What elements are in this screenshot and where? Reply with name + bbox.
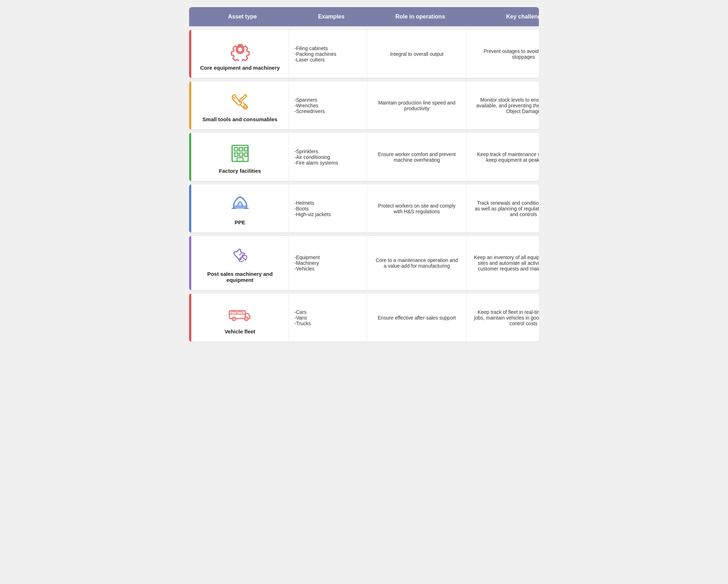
example-item: -Vans: [294, 315, 362, 321]
examples-cell-vehicle-fleet: -Cars-Vans-Trucks: [289, 294, 367, 342]
asset-type-cell-ppe: PPE: [189, 184, 289, 232]
svg-rect-2: [234, 148, 238, 151]
role-cell-post-sales: Core to a maintenance operation and a va…: [367, 236, 466, 290]
examples-cell-factory-facilities: -Sprinklers-Air conditioning-Fire alarm …: [289, 133, 367, 181]
example-item: -Machinery: [294, 260, 362, 266]
examples-cell-ppe: -Helmets-Boots-High-viz jackets: [289, 184, 367, 232]
svg-rect-6: [239, 153, 243, 156]
asset-label-ppe: PPE: [235, 219, 245, 225]
asset-label-small-tools: Small tools and consumables: [203, 116, 278, 122]
example-item: -Fire alarm systems: [294, 160, 362, 166]
accent-bar-vehicle-fleet: [189, 294, 191, 342]
challenges-cell-core-equipment: Prevent outages to avoid production stop…: [466, 30, 539, 78]
example-item: -Air conditioning: [294, 154, 362, 160]
challenges-cell-vehicle-fleet: Keep track of fleet in real-time to opti…: [466, 294, 539, 342]
asset-label-vehicle-fleet: Vehicle fleet: [225, 328, 256, 334]
svg-point-0: [244, 105, 247, 108]
asset-icon-small-tools: [228, 89, 252, 113]
role-cell-vehicle-fleet: Ensure effective after-sales support: [367, 294, 466, 342]
asset-type-cell-core-equipment: Core equipment and machinery: [189, 30, 289, 78]
asset-icon-core-equipment: [228, 37, 252, 62]
header-asset-type: Asset type: [193, 14, 292, 20]
header-examples: Examples: [292, 14, 370, 20]
examples-cell-post-sales: -Equipment-Machinery-Vehicles: [289, 236, 367, 290]
svg-rect-7: [244, 153, 248, 156]
main-table: Asset type Examples Role in operations K…: [189, 7, 539, 345]
example-item: -High-viz jackets: [294, 211, 362, 217]
svg-rect-18: [231, 312, 236, 314]
svg-rect-4: [244, 148, 248, 151]
challenges-cell-small-tools: Monitor stock levels to ensure tools are…: [466, 81, 539, 129]
role-cell-small-tools: Maintain production line speed and produ…: [367, 81, 466, 129]
challenges-cell-factory-facilities: Keep track of maintenance schedules and …: [466, 133, 539, 181]
svg-rect-5: [234, 153, 238, 156]
accent-bar-post-sales: [189, 236, 191, 290]
example-item: -Trucks: [294, 321, 362, 326]
svg-rect-3: [239, 148, 243, 151]
asset-icon-post-sales: [228, 243, 252, 268]
asset-icon-ppe: [228, 192, 252, 216]
table-row-vehicle-fleet: Vehicle fleet -Cars-Vans-Trucks Ensure e…: [189, 294, 539, 342]
svg-point-14: [233, 318, 235, 320]
asset-label-post-sales: Post sales machinery and equipment: [198, 271, 282, 283]
example-item: -Filing cabinets: [294, 45, 362, 51]
asset-type-cell-post-sales: Post sales machinery and equipment: [189, 236, 289, 290]
asset-label-core-equipment: Core equipment and machinery: [200, 65, 280, 71]
accent-bar-ppe: [189, 184, 191, 232]
example-item: -Spanners: [294, 97, 362, 103]
asset-type-cell-factory-facilities: Factory facilities: [189, 133, 289, 181]
role-cell-factory-facilities: Ensure worker comfort and prevent machin…: [367, 133, 466, 181]
example-item: -Helmets: [294, 200, 362, 206]
example-item: -Equipment: [294, 255, 362, 260]
asset-label-factory-facilities: Factory facilities: [219, 168, 261, 174]
accent-bar-core-equipment: [189, 30, 191, 78]
svg-rect-19: [237, 312, 243, 314]
accent-bar-small-tools: [189, 81, 191, 129]
examples-cell-small-tools: -Spanners-Wrenches-Screwdrivers: [289, 81, 367, 129]
challenges-cell-ppe: Track renewals and conditions for worker…: [466, 184, 539, 232]
accent-bar-factory-facilities: [189, 133, 191, 181]
example-item: -Laser cutters: [294, 57, 362, 63]
asset-icon-vehicle-fleet: [228, 301, 252, 326]
asset-type-cell-small-tools: Small tools and consumables: [189, 81, 289, 129]
example-item: -Cars: [294, 309, 362, 315]
table-row-small-tools: Small tools and consumables -Spanners-Wr…: [189, 81, 539, 129]
table-row-ppe: PPE -Helmets-Boots-High-viz jackets Prot…: [189, 184, 539, 232]
header-role: Role in operations: [370, 14, 470, 20]
header-challenges: Key challenges: [470, 14, 539, 20]
table-header: Asset type Examples Role in operations K…: [189, 7, 539, 26]
table-row-post-sales: Post sales machinery and equipment -Equi…: [189, 236, 539, 290]
role-cell-core-equipment: Integral to overall output: [367, 30, 466, 78]
table-row-core-equipment: Core equipment and machinery -Filing cab…: [189, 30, 539, 78]
example-item: -Sprinklers: [294, 149, 362, 154]
table-row-factory-facilities: Factory facilities -Sprinklers-Air condi…: [189, 133, 539, 181]
example-item: -Boots: [294, 206, 362, 211]
challenges-cell-post-sales: Keep an inventory of all equipment acros…: [466, 236, 539, 290]
example-item: -Wrenches: [294, 103, 362, 108]
svg-point-16: [246, 318, 247, 320]
example-item: -Packing machines: [294, 51, 362, 57]
example-item: -Vehicles: [294, 266, 362, 272]
examples-cell-core-equipment: -Filing cabinets-Packing machines-Laser …: [289, 30, 367, 78]
table-body: Core equipment and machinery -Filing cab…: [189, 30, 539, 342]
asset-type-cell-vehicle-fleet: Vehicle fleet: [189, 294, 289, 342]
example-item: -Screwdrivers: [294, 108, 362, 114]
role-cell-ppe: Protect workers on site and comply with …: [367, 184, 466, 232]
asset-icon-factory-facilities: [228, 140, 252, 165]
